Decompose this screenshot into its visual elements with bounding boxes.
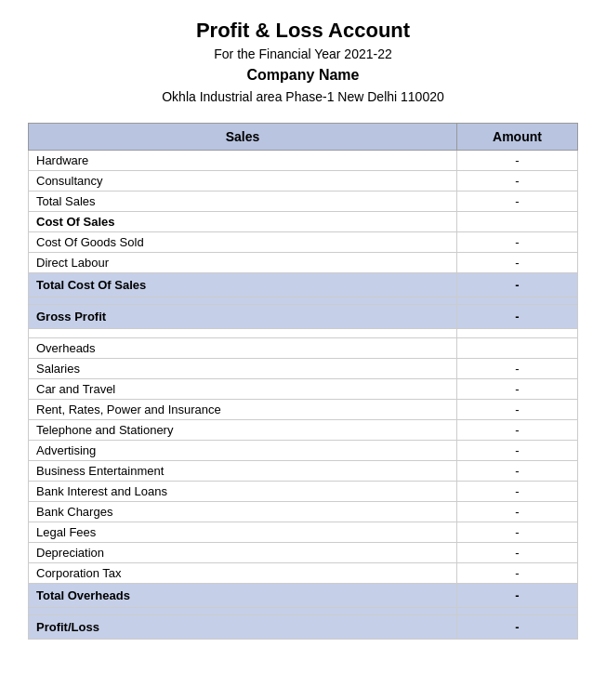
row-label: Direct Labour bbox=[29, 253, 457, 273]
main-title: Profit & Loss Account bbox=[28, 19, 578, 43]
row-amount: - bbox=[457, 482, 578, 502]
spacer-cell bbox=[29, 297, 457, 305]
row-amount: - bbox=[457, 615, 578, 640]
spacer-cell-amount bbox=[457, 608, 578, 615]
row-amount: - bbox=[457, 253, 578, 273]
table-row: Profit/Loss- bbox=[29, 615, 578, 640]
profit-loss-table: Sales Amount Hardware-Consultancy-Total … bbox=[28, 123, 578, 640]
row-label: Corporation Tax bbox=[29, 563, 457, 584]
address: Okhla Industrial area Phase-1 New Delhi … bbox=[28, 89, 578, 104]
row-label: Total Overheads bbox=[29, 584, 457, 608]
table-row: Total Overheads- bbox=[29, 584, 578, 608]
table-row: Total Sales- bbox=[29, 192, 578, 212]
row-amount: - bbox=[457, 151, 578, 171]
table-row: Cost Of Sales bbox=[29, 212, 578, 232]
row-amount: - bbox=[457, 232, 578, 253]
row-amount: - bbox=[457, 400, 578, 420]
table-row bbox=[29, 608, 578, 615]
row-amount: - bbox=[457, 171, 578, 192]
table-row: Legal Fees- bbox=[29, 522, 578, 543]
row-amount: - bbox=[457, 441, 578, 461]
row-label: Overheads bbox=[29, 338, 457, 359]
row-label: Total Sales bbox=[29, 192, 457, 212]
row-label: Cost Of Sales bbox=[29, 212, 457, 232]
row-amount: - bbox=[457, 273, 578, 297]
row-label: Cost Of Goods Sold bbox=[29, 232, 457, 253]
table-row: Salaries- bbox=[29, 359, 578, 379]
table-row: Car and Travel- bbox=[29, 379, 578, 400]
table-row: Overheads bbox=[29, 338, 578, 359]
row-label: Business Entertainment bbox=[29, 461, 457, 482]
table-row: Bank Interest and Loans- bbox=[29, 482, 578, 502]
table-row: Depreciation- bbox=[29, 543, 578, 563]
row-amount: - bbox=[457, 305, 578, 329]
row-label: Depreciation bbox=[29, 543, 457, 563]
row-label: Rent, Rates, Power and Insurance bbox=[29, 400, 457, 420]
row-amount: - bbox=[457, 522, 578, 543]
row-amount: - bbox=[457, 584, 578, 608]
row-amount: - bbox=[457, 461, 578, 482]
row-label: Total Cost Of Sales bbox=[29, 273, 457, 297]
company-name: Company Name bbox=[28, 67, 578, 84]
row-amount: - bbox=[457, 379, 578, 400]
row-label: Gross Profit bbox=[29, 305, 457, 329]
table-row: Direct Labour- bbox=[29, 253, 578, 273]
row-amount: - bbox=[457, 359, 578, 379]
row-label: Legal Fees bbox=[29, 522, 457, 543]
row-label bbox=[29, 329, 457, 338]
table-row: Total Cost Of Sales- bbox=[29, 273, 578, 297]
table-row bbox=[29, 329, 578, 338]
spacer-cell-amount bbox=[457, 297, 578, 305]
header-section: Profit & Loss Account For the Financial … bbox=[28, 19, 578, 104]
row-label: Profit/Loss bbox=[29, 615, 457, 640]
spacer-cell bbox=[29, 608, 457, 615]
table-row: Hardware- bbox=[29, 151, 578, 171]
row-label: Salaries bbox=[29, 359, 457, 379]
table-row: Corporation Tax- bbox=[29, 563, 578, 584]
row-amount bbox=[457, 329, 578, 338]
table-row: Telephone and Stationery- bbox=[29, 420, 578, 441]
table-row: Rent, Rates, Power and Insurance- bbox=[29, 400, 578, 420]
row-label: Telephone and Stationery bbox=[29, 420, 457, 441]
row-label: Hardware bbox=[29, 151, 457, 171]
table-row: Consultancy- bbox=[29, 171, 578, 192]
row-amount: - bbox=[457, 543, 578, 563]
table-row: Cost Of Goods Sold- bbox=[29, 232, 578, 253]
sub-title: For the Financial Year 2021-22 bbox=[28, 46, 578, 61]
row-label: Bank Interest and Loans bbox=[29, 482, 457, 502]
table-row: Gross Profit- bbox=[29, 305, 578, 329]
row-label: Advertising bbox=[29, 441, 457, 461]
row-label: Consultancy bbox=[29, 171, 457, 192]
row-amount: - bbox=[457, 502, 578, 522]
row-amount: - bbox=[457, 420, 578, 441]
table-row: Bank Charges- bbox=[29, 502, 578, 522]
table-row bbox=[29, 297, 578, 305]
row-label: Bank Charges bbox=[29, 502, 457, 522]
col-sales-header: Sales bbox=[29, 124, 457, 151]
col-amount-header: Amount bbox=[457, 124, 578, 151]
row-amount: - bbox=[457, 563, 578, 584]
row-amount bbox=[457, 338, 578, 359]
row-amount: - bbox=[457, 192, 578, 212]
row-label: Car and Travel bbox=[29, 379, 457, 400]
table-row: Business Entertainment- bbox=[29, 461, 578, 482]
row-amount bbox=[457, 212, 578, 232]
table-row: Advertising- bbox=[29, 441, 578, 461]
